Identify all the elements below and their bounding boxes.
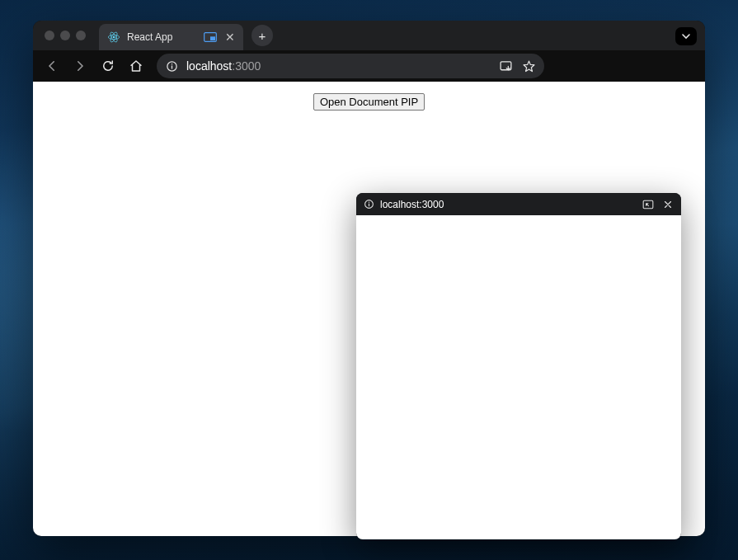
pip-indicator-icon [204,32,217,42]
pip-close-icon[interactable] [661,198,675,211]
window-close-button[interactable] [45,31,54,40]
nav-back-button[interactable] [40,54,64,78]
svg-rect-5 [210,36,215,40]
svg-point-12 [368,202,369,203]
nav-home-button[interactable] [124,54,148,78]
nav-forward-button[interactable] [68,54,92,78]
browser-tab[interactable]: React App ✕ [99,24,243,50]
url-text: localhost:3000 [186,59,490,73]
site-info-icon[interactable] [165,59,178,73]
bookmark-icon[interactable] [521,59,536,73]
pip-content [356,215,681,539]
address-bar[interactable]: localhost:3000 [157,54,544,78]
svg-point-0 [113,36,115,39]
tab-title: React App [127,31,197,43]
tab-overflow-button[interactable] [675,27,697,45]
pip-window: localhost:3000 [356,193,681,539]
svg-rect-13 [643,200,653,208]
new-tab-button[interactable]: + [251,25,273,46]
window-maximize-button[interactable] [76,31,86,40]
window-controls [41,31,86,40]
pip-header[interactable]: localhost:3000 [356,193,681,215]
svg-point-8 [171,64,172,65]
pip-back-to-tab-icon[interactable] [642,198,655,211]
url-path: :3000 [232,59,261,73]
react-icon [107,31,120,44]
open-pip-button[interactable]: Open Document PIP [313,93,425,111]
browser-toolbar: localhost:3000 [33,50,705,82]
nav-reload-button[interactable] [96,54,120,78]
browser-titlebar: React App ✕ + [33,21,705,50]
url-host: localhost [186,59,232,73]
close-tab-icon[interactable]: ✕ [223,30,237,45]
install-app-icon[interactable] [498,59,513,73]
window-minimize-button[interactable] [60,31,70,40]
pip-site-info-icon[interactable] [363,199,374,210]
pip-url-text: localhost:3000 [380,199,636,210]
